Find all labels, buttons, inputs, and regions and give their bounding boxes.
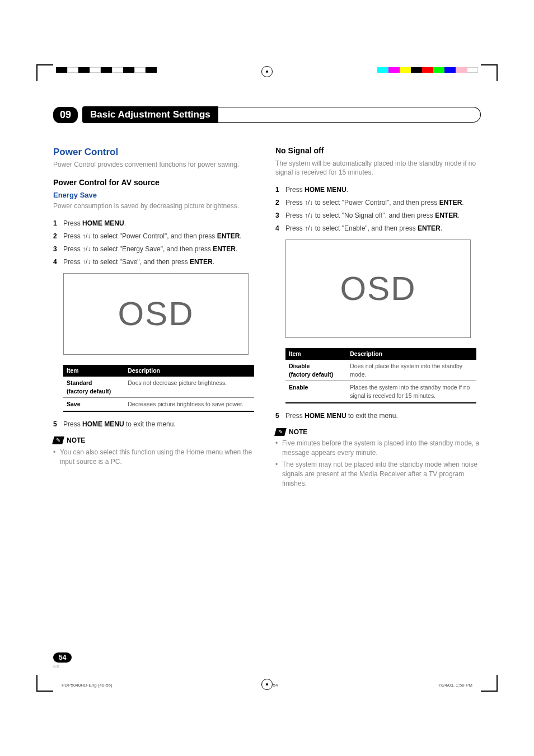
footer-left: PDP5040HD-Eng (40-55) [62, 683, 113, 688]
step-item: 1Press HOME MENU. [53, 219, 259, 228]
subsection-title: No Signal off [275, 145, 481, 157]
pencil-icon: ✎ [274, 428, 287, 436]
color-bar [377, 67, 478, 73]
header-rule [218, 107, 481, 123]
osd-placeholder: OSD [285, 240, 471, 338]
crop-mark [481, 675, 498, 692]
table-row: Standard(factory default)Does not decrea… [63, 377, 254, 398]
right-column: No Signal off The system will be automat… [275, 145, 481, 490]
page-number: 54 [53, 652, 72, 663]
th-desc: Description [346, 348, 476, 360]
list-item: The system may not be placed into the st… [275, 460, 481, 488]
subsection-title: Power Control for AV source [53, 177, 259, 189]
step-5: 5 Press HOME MENU to exit the menu. [275, 411, 481, 421]
th-desc: Description [124, 365, 254, 377]
step-item: 2Press ↑/↓ to select "Power Control", an… [53, 232, 259, 241]
crop-mark [36, 675, 53, 692]
step-item: 3Press ↑/↓ to select "No Signal off", an… [275, 211, 481, 220]
color-bar [56, 67, 157, 73]
step-item: 4Press ↑/↓ to select "Save", and then pr… [53, 257, 259, 267]
page-number-badge: 54 En [53, 652, 72, 669]
note-header: ✎ NOTE [53, 436, 259, 445]
footer-right: 7/24/03, 1:59 PM [438, 683, 472, 688]
footer-mid: 54 [273, 683, 278, 688]
step-5: 5 Press HOME MENU to exit the menu. [53, 420, 259, 429]
step-item: 1Press HOME MENU. [275, 185, 481, 195]
steps-list: 1Press HOME MENU.2Press ↑/↓ to select "P… [53, 219, 259, 266]
note-list: You can also select this function using … [53, 448, 259, 467]
crop-mark [36, 64, 53, 81]
list-item: You can also select this function using … [53, 448, 259, 467]
list-item: Five minutes before the system is placed… [275, 439, 481, 458]
page-lang: En [53, 664, 72, 669]
options-table: Item Description Standard(factory defaul… [63, 365, 254, 412]
chapter-number: 09 [53, 107, 78, 123]
options-table: Item Description Disable(factory default… [285, 348, 476, 403]
section-intro: The system will be automatically placed … [275, 159, 481, 178]
note-list: Five minutes before the system is placed… [275, 439, 481, 488]
note-header: ✎ NOTE [275, 428, 481, 437]
step-item: 3Press ↑/↓ to select "Energy Save", and … [53, 245, 259, 254]
registration-mark [261, 66, 273, 77]
th-item: Item [285, 348, 346, 360]
table-row: Disable(factory default)Does not place t… [285, 360, 476, 381]
section-title: Power Control [53, 145, 259, 159]
note-label: NOTE [289, 428, 307, 437]
osd-label: OSD [75, 290, 237, 337]
step-item: 4Press ↑/↓ to select "Enable", and then … [275, 224, 481, 233]
osd-placeholder: OSD [63, 273, 249, 355]
table-row: SaveDecreases picture brightness to save… [63, 398, 254, 411]
table-row: EnablePlaces the system into the standby… [285, 381, 476, 403]
left-column: Power Control Power Control provides con… [53, 145, 259, 490]
steps-list: 1Press HOME MENU.2Press ↑/↓ to select "P… [275, 185, 481, 233]
pencil-icon: ✎ [52, 436, 64, 444]
step-item: 2Press ↑/↓ to select "Power Control", an… [275, 198, 481, 208]
chapter-title: Basic Adjustment Settings [82, 106, 218, 123]
footer: PDP5040HD-Eng (40-55) 54 7/24/03, 1:59 P… [62, 683, 472, 688]
note-label: NOTE [67, 436, 85, 445]
th-item: Item [63, 365, 124, 377]
subsub-desc: Power consumption is saved by decreasing… [53, 201, 259, 211]
chapter-header: 09 Basic Adjustment Settings [53, 106, 481, 123]
subsub-title: Energy Save [53, 190, 259, 200]
crop-mark [481, 64, 498, 81]
osd-label: OSD [297, 265, 459, 312]
section-intro: Power Control provides convenient functi… [53, 160, 259, 170]
